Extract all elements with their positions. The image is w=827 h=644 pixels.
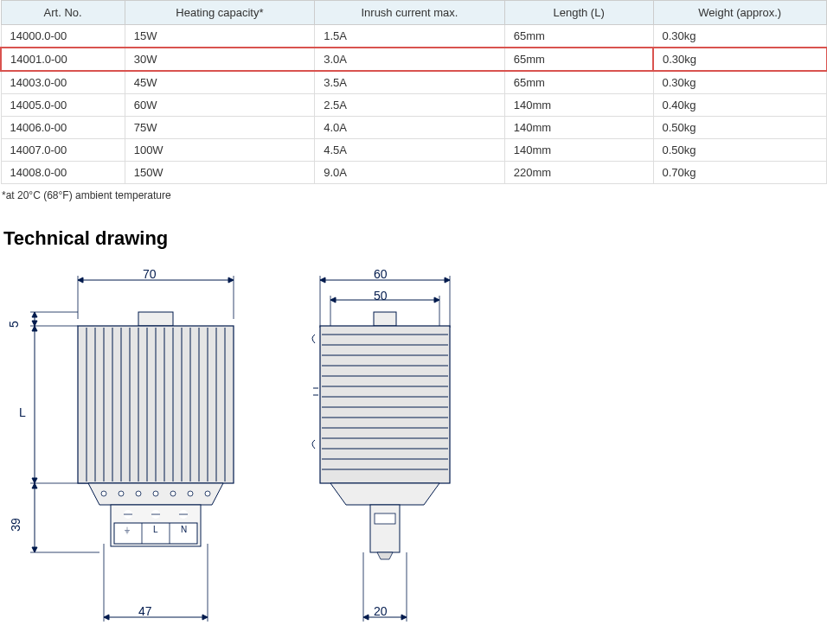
table-row: 14001.0-0030W3.0A65mm0.30kg <box>1 48 827 71</box>
cell: 14008.0-00 <box>1 162 125 184</box>
table-footnote: *at 20°C (68°F) ambient temperature <box>0 189 827 201</box>
svg-point-38 <box>205 491 210 496</box>
terminal-label-earth: ⏚ <box>125 525 130 534</box>
table-row: 14007.0-00100W4.5A140mm0.50kg <box>1 139 827 162</box>
table-row: 14003.0-0045W3.5A65mm0.30kg <box>1 71 827 94</box>
cell: 0.50kg <box>653 117 826 139</box>
cell: 0.30kg <box>653 48 826 71</box>
cell: 140mm <box>504 94 653 117</box>
col-header-art: Art. No. <box>1 1 125 25</box>
cell: 14006.0-00 <box>1 117 125 139</box>
table-row: 14006.0-0075W4.0A140mm0.50kg <box>1 117 827 139</box>
cell: 45W <box>125 71 315 94</box>
cell: 150W <box>125 162 315 184</box>
cell: 60W <box>125 94 315 117</box>
dim-front-bot: 47 <box>138 604 152 618</box>
dim-front-top: 70 <box>143 267 157 281</box>
cell: 65mm <box>504 71 653 94</box>
cell: 65mm <box>504 48 653 71</box>
cell: 65mm <box>504 25 653 48</box>
cell: 0.50kg <box>653 139 826 162</box>
cell: 1.5A <box>315 25 505 48</box>
table-row: 14005.0-0060W2.5A140mm0.40kg <box>1 94 827 117</box>
dim-front-left-L: L <box>19 405 26 419</box>
terminal-label-N: N <box>181 525 187 534</box>
col-header-length: Length (L) <box>504 1 653 25</box>
drawing-side-view: 60 50 20 <box>294 267 484 630</box>
cell: 14001.0-00 <box>1 48 125 71</box>
technical-drawing: 70 5 L 39 47 <box>0 267 827 630</box>
svg-rect-71 <box>370 505 400 552</box>
cell: 100W <box>125 139 315 162</box>
cell: 3.0A <box>315 48 505 71</box>
cell: 30W <box>125 48 315 71</box>
cell: 14000.0-00 <box>1 25 125 48</box>
svg-point-32 <box>101 491 106 496</box>
cell: 220mm <box>504 162 653 184</box>
cell: 140mm <box>504 139 653 162</box>
cell: 140mm <box>504 117 653 139</box>
svg-point-36 <box>170 491 176 496</box>
svg-rect-56 <box>320 326 450 483</box>
cell: 0.30kg <box>653 71 826 94</box>
cell: 0.40kg <box>653 94 826 117</box>
dim-side-top-outer: 60 <box>374 267 388 281</box>
table-row: 14008.0-00150W9.0A220mm0.70kg <box>1 162 827 184</box>
col-header-cap: Heating capacity* <box>125 1 315 25</box>
cell: 2.5A <box>315 94 505 117</box>
col-header-inrush: Inrush current max. <box>315 1 505 25</box>
cell: 4.5A <box>315 139 505 162</box>
svg-point-34 <box>136 491 141 496</box>
col-header-weight: Weight (approx.) <box>653 1 826 25</box>
cell: 4.0A <box>315 117 505 139</box>
cell: 14007.0-00 <box>1 139 125 162</box>
svg-point-35 <box>153 491 158 496</box>
dim-front-left-39: 39 <box>9 518 22 532</box>
cell: 0.70kg <box>653 162 826 184</box>
svg-point-33 <box>119 491 124 496</box>
cell: 3.5A <box>315 71 505 94</box>
svg-rect-13 <box>138 312 173 326</box>
cell: 9.0A <box>315 162 505 184</box>
terminal-label-L: L <box>153 525 158 534</box>
section-title-technical-drawing: Technical drawing <box>3 227 827 250</box>
dim-front-left-5: 5 <box>7 321 21 328</box>
cell: 14003.0-00 <box>1 71 125 94</box>
table-row: 14000.0-0015W1.5A65mm0.30kg <box>1 25 827 48</box>
drawing-front-view: 70 5 L 39 47 <box>9 267 242 630</box>
svg-rect-55 <box>374 312 396 326</box>
cell: 75W <box>125 117 315 139</box>
cell: 0.30kg <box>653 25 826 48</box>
cell: 14005.0-00 <box>1 94 125 117</box>
svg-point-37 <box>188 491 193 496</box>
cell: 15W <box>125 25 315 48</box>
spec-table: Art. No. Heating capacity* Inrush curren… <box>0 0 827 184</box>
dim-side-top-inner: 50 <box>374 289 388 303</box>
dim-side-bot: 20 <box>374 604 388 618</box>
svg-rect-72 <box>375 513 395 524</box>
